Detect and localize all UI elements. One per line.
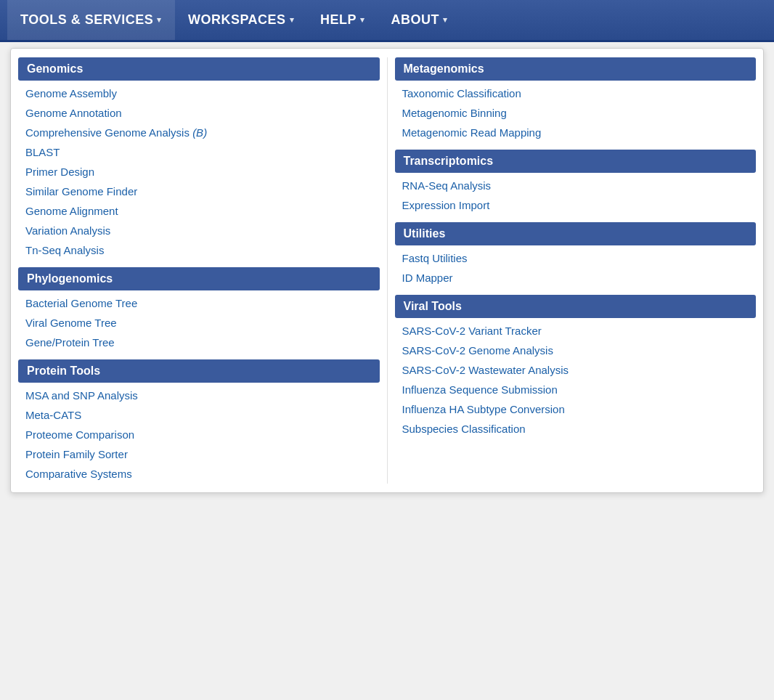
menu-item-viral-genome-tree[interactable]: Viral Genome Tree xyxy=(18,313,380,333)
chevron-down-icon: ▾ xyxy=(157,15,162,25)
chevron-down-icon: ▾ xyxy=(443,15,448,25)
menu-item-subspecies-classification[interactable]: Subspecies Classification xyxy=(395,419,757,439)
left-column: GenomicsGenome AssemblyGenome Annotation… xyxy=(11,57,388,484)
menu-item-metagenomic-read-mapping[interactable]: Metagenomic Read Mapping xyxy=(395,123,757,142)
menu-item-sars-cov2-genome-analysis[interactable]: SARS-CoV-2 Genome Analysis xyxy=(395,341,757,360)
nav-item-help[interactable]: HELP ▾ xyxy=(307,0,378,40)
menu-item-blast[interactable]: BLAST xyxy=(18,142,380,162)
section-header-utilities: Utilities xyxy=(395,222,757,245)
chevron-down-icon: ▾ xyxy=(360,15,365,25)
menu-item-genome-annotation[interactable]: Genome Annotation xyxy=(18,103,380,123)
menu-item-genome-alignment[interactable]: Genome Alignment xyxy=(18,201,380,221)
section-header-phylogenomics: Phylogenomics xyxy=(18,267,380,290)
menu-item-variation-analysis[interactable]: Variation Analysis xyxy=(18,221,380,240)
menu-item-taxonomic-classification[interactable]: Taxonomic Classification xyxy=(395,84,757,103)
menu-item-msa-snp-analysis[interactable]: MSA and SNP Analysis xyxy=(18,386,380,405)
menu-item-id-mapper[interactable]: ID Mapper xyxy=(395,268,757,288)
nav-item-about[interactable]: ABOUT ▾ xyxy=(378,0,461,40)
menu-item-influenza-sequence-submission[interactable]: Influenza Sequence Submission xyxy=(395,380,757,399)
navbar: TOOLS & SERVICES ▾WORKSPACES ▾HELP ▾ABOU… xyxy=(0,0,774,42)
menu-item-influenza-ha-subtype-conversion[interactable]: Influenza HA Subtype Conversion xyxy=(395,399,757,419)
menu-item-similar-genome-finder[interactable]: Similar Genome Finder xyxy=(18,182,380,201)
menu-item-genome-assembly[interactable]: Genome Assembly xyxy=(18,84,380,103)
menu-item-metagenomic-binning[interactable]: Metagenomic Binning xyxy=(395,103,757,123)
chevron-down-icon: ▾ xyxy=(290,15,295,25)
section-header-genomics: Genomics xyxy=(18,57,380,81)
menu-item-comprehensive-genome-analysis[interactable]: Comprehensive Genome Analysis (B) xyxy=(18,123,380,142)
nav-item-workspaces[interactable]: WORKSPACES ▾ xyxy=(175,0,307,40)
right-column: MetagenomicsTaxonomic ClassificationMeta… xyxy=(388,57,764,484)
menu-item-proteome-comparison[interactable]: Proteome Comparison xyxy=(18,425,380,444)
menu-item-primer-design[interactable]: Primer Design xyxy=(18,162,380,182)
menu-item-tn-seq-analysis[interactable]: Tn-Seq Analysis xyxy=(18,240,380,260)
menu-item-sars-cov2-variant-tracker[interactable]: SARS-CoV-2 Variant Tracker xyxy=(395,321,757,341)
menu-item-bacterial-genome-tree[interactable]: Bacterial Genome Tree xyxy=(18,293,380,313)
menu-item-sars-cov2-wastewater-analysis[interactable]: SARS-CoV-2 Wastewater Analysis xyxy=(395,360,757,380)
menu-item-expression-import[interactable]: Expression Import xyxy=(395,195,757,215)
menu-item-meta-cats[interactable]: Meta-CATS xyxy=(18,405,380,425)
menu-item-fastq-utilities[interactable]: Fastq Utilities xyxy=(395,248,757,268)
nav-item-tools[interactable]: TOOLS & SERVICES ▾ xyxy=(7,0,175,40)
section-header-transcriptomics: Transcriptomics xyxy=(395,150,757,173)
dropdown-panel: GenomicsGenome AssemblyGenome Annotation… xyxy=(10,48,764,493)
menu-item-rna-seq-analysis[interactable]: RNA-Seq Analysis xyxy=(395,176,757,195)
section-header-metagenomics: Metagenomics xyxy=(395,57,757,81)
menu-item-comparative-systems[interactable]: Comparative Systems xyxy=(18,464,380,484)
menu-item-protein-family-sorter[interactable]: Protein Family Sorter xyxy=(18,444,380,464)
menu-item-gene-protein-tree[interactable]: Gene/Protein Tree xyxy=(18,333,380,352)
section-header-viral-tools: Viral Tools xyxy=(395,295,757,318)
section-header-protein-tools: Protein Tools xyxy=(18,359,380,383)
